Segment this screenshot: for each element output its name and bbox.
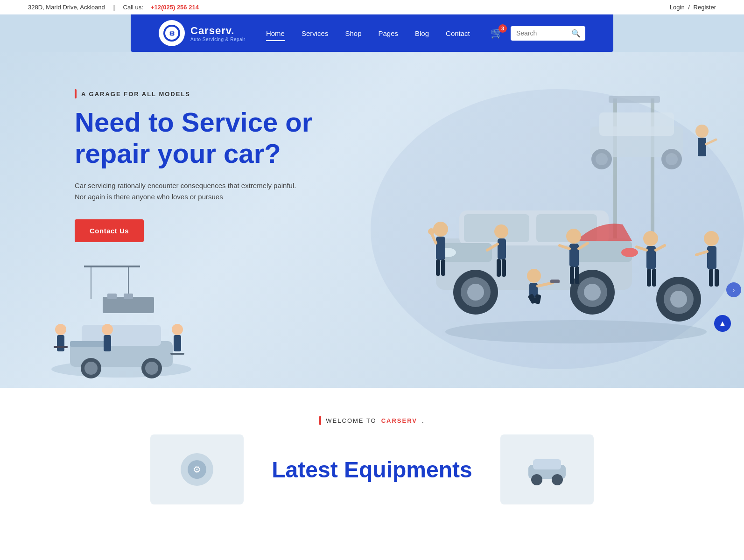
header-actions: 🛒 3 🔍 xyxy=(491,26,585,41)
svg-rect-88 xyxy=(709,269,713,287)
svg-point-17 xyxy=(172,324,183,335)
svg-rect-60 xyxy=(436,259,440,276)
svg-point-73 xyxy=(566,229,581,244)
svg-point-35 xyxy=(666,153,678,165)
svg-rect-13 xyxy=(57,335,64,351)
svg-point-97 xyxy=(531,474,542,485)
svg-rect-23 xyxy=(103,297,154,313)
svg-rect-61 xyxy=(441,259,445,276)
svg-rect-74 xyxy=(569,244,579,267)
svg-point-67 xyxy=(527,269,541,283)
svg-point-52 xyxy=(584,284,601,301)
svg-text:⚙: ⚙ xyxy=(169,30,175,37)
phone-number[interactable]: +12(025) 256 214 xyxy=(151,4,199,11)
hero-tag-bar xyxy=(75,89,77,98)
hero-tag: A GARAGE FOR ALL MODELS xyxy=(75,89,378,98)
logo-text: Carserv. Auto Servicing & Repair xyxy=(190,25,246,42)
nav-contact[interactable]: Contact xyxy=(446,28,470,39)
svg-point-55 xyxy=(670,291,687,308)
nav-shop[interactable]: Shop xyxy=(345,28,361,39)
svg-point-79 xyxy=(643,231,658,246)
svg-point-98 xyxy=(552,474,563,485)
hero-title-line2: repair your car? xyxy=(75,138,281,168)
logo-svg: ⚙ xyxy=(162,24,181,42)
svg-point-8 xyxy=(84,362,98,375)
logo-icon: ⚙ xyxy=(159,20,185,46)
search-box: 🔍 xyxy=(511,26,585,41)
svg-line-82 xyxy=(656,245,665,250)
search-icon[interactable]: 🔍 xyxy=(571,29,581,38)
nav-pages[interactable]: Pages xyxy=(378,28,398,39)
main-header: ⚙ Carserv. Auto Servicing & Repair Home … xyxy=(131,14,613,52)
svg-rect-80 xyxy=(646,246,656,269)
svg-line-38 xyxy=(706,140,716,144)
welcome-period: . xyxy=(422,417,425,424)
svg-rect-66 xyxy=(502,259,506,277)
svg-rect-78 xyxy=(575,266,579,284)
scroll-up-button[interactable]: ▲ xyxy=(714,315,731,332)
nav-services[interactable]: Services xyxy=(302,28,329,39)
register-link[interactable]: Register xyxy=(694,4,716,11)
svg-point-36 xyxy=(695,125,709,138)
svg-point-56 xyxy=(433,222,448,237)
hero-title-line1: Need to Service or xyxy=(75,107,312,137)
thumb-left-svg: ⚙ xyxy=(169,446,225,493)
equipment-thumb-right xyxy=(500,434,594,504)
contact-button[interactable]: Contact Us xyxy=(75,219,144,242)
svg-rect-37 xyxy=(698,138,706,156)
topbar-right: Login / Register xyxy=(670,4,716,11)
svg-rect-84 xyxy=(652,269,656,287)
welcome-brand: CARSERV xyxy=(381,417,417,424)
svg-rect-86 xyxy=(707,246,716,269)
section-title-area: Latest Equipments xyxy=(272,457,472,483)
address: 328D, Marid Drive, Ackloand xyxy=(28,4,105,11)
login-link[interactable]: Login xyxy=(670,4,685,11)
logo-area: ⚙ Carserv. Auto Servicing & Repair xyxy=(159,20,246,46)
hero-title: Need to Service or repair your car? xyxy=(75,107,378,169)
search-input[interactable] xyxy=(516,29,568,37)
topbar-divider: || xyxy=(112,4,116,11)
thumb-right-svg xyxy=(519,446,575,493)
hero-illustration-right: › xyxy=(408,70,744,369)
main-nav: Home Services Shop Pages Blog Contact xyxy=(266,28,470,39)
logo-sub: Auto Servicing & Repair xyxy=(190,37,246,42)
svg-rect-89 xyxy=(715,269,719,287)
svg-rect-29 xyxy=(609,96,660,103)
svg-rect-19 xyxy=(170,353,184,355)
hero-illustration-left xyxy=(47,257,196,388)
svg-line-81 xyxy=(637,247,646,250)
section-title: Latest Equipments xyxy=(272,457,472,483)
svg-rect-96 xyxy=(533,459,561,469)
svg-line-87 xyxy=(696,252,707,255)
nav-home[interactable]: Home xyxy=(266,28,285,39)
mechanics-left-svg xyxy=(47,257,196,388)
svg-point-33 xyxy=(596,153,608,165)
svg-rect-11 xyxy=(70,341,107,347)
logo-name: Carserv. xyxy=(190,25,246,37)
svg-point-49 xyxy=(467,284,484,301)
svg-point-46 xyxy=(621,248,638,257)
welcome-label: WELCOME TO xyxy=(326,417,376,424)
svg-point-26 xyxy=(445,320,707,343)
below-hero-section: WELCOME TO CARSERV . ⚙ Latest Equipments xyxy=(0,388,744,560)
nav-blog[interactable]: Blog xyxy=(415,28,429,39)
below-hero-row: ⚙ Latest Equipments xyxy=(75,434,669,504)
hero-content: A GARAGE FOR ALL MODELS Need to Service … xyxy=(75,80,378,242)
cart-button[interactable]: 🛒 3 xyxy=(491,27,503,39)
call-label: Call us: xyxy=(123,4,143,11)
svg-point-12 xyxy=(55,324,66,335)
svg-rect-57 xyxy=(436,237,445,260)
hero-tag-text: A GARAGE FOR ALL MODELS xyxy=(81,91,190,98)
svg-rect-25 xyxy=(124,294,133,299)
cart-badge: 3 xyxy=(498,24,507,33)
svg-text:⚙: ⚙ xyxy=(193,464,201,475)
hero-section: A GARAGE FOR ALL MODELS Need to Service … xyxy=(0,52,744,388)
topbar: 328D, Marid Drive, Ackloand || Call us: … xyxy=(0,0,744,14)
topbar-left: 328D, Marid Drive, Ackloand || Call us: … xyxy=(28,4,199,11)
hero-description: Car servicing rationally encounter conse… xyxy=(75,180,299,203)
svg-rect-18 xyxy=(174,335,181,351)
svg-point-10 xyxy=(145,362,158,375)
equipment-thumb-left: ⚙ xyxy=(150,434,244,504)
svg-rect-63 xyxy=(498,238,506,259)
svg-rect-31 xyxy=(599,112,674,136)
